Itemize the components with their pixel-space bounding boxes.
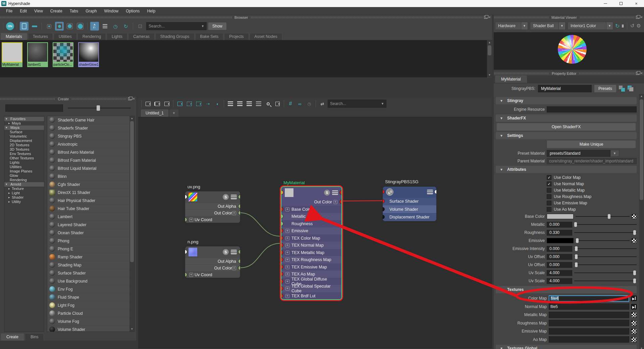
attribute-input-port[interactable] [281, 207, 283, 211]
attribute-input-port[interactable] [281, 272, 283, 276]
menu-item[interactable]: Help [144, 8, 159, 14]
expand-plug-icon[interactable]: + [285, 280, 289, 284]
node-editor-search-input[interactable]: Search... ▼ [328, 100, 386, 108]
search-filter-dropdown-icon[interactable]: ▼ [201, 24, 204, 28]
attribute-port[interactable] [238, 204, 240, 208]
normal-texture-node[interactable]: S Out Alpha Out Color + [185, 246, 240, 278]
show-button[interactable]: Show [208, 22, 226, 30]
attribute-input-port[interactable] [382, 215, 385, 219]
attribute-value-field[interactable]: 0.000 [547, 254, 572, 260]
tree-item[interactable]: Arnold [4, 182, 44, 187]
node-attribute-row[interactable]: Volume Shader [383, 205, 436, 213]
tree-item[interactable]: Utilities [4, 165, 44, 169]
section-header-textures[interactable]: Textures [496, 286, 637, 293]
slider-handle[interactable] [633, 279, 636, 283]
menu-item[interactable]: Options [122, 8, 143, 14]
create-list-item[interactable]: Shading Map [47, 261, 135, 269]
icon-size-slider[interactable] [68, 107, 131, 109]
texture-connect-icon[interactable] [631, 329, 637, 334]
create-search-input[interactable] [5, 104, 63, 112]
tree-item[interactable]: Rendering [4, 178, 44, 182]
attribute-value-field[interactable]: 0.000 [547, 262, 572, 268]
out-color-row[interactable]: Out Color + [281, 199, 341, 206]
attribute-input-port[interactable] [281, 286, 283, 291]
attribute-slider[interactable] [574, 230, 637, 235]
attribute-input-port[interactable] [281, 236, 283, 240]
node-attribute-row[interactable]: Surface Shader [383, 198, 436, 205]
attribute-port[interactable] [238, 259, 240, 263]
sort-by-time-button[interactable]: ◷ [111, 22, 120, 31]
property-editor-scrollbar[interactable]: ▲▼ [639, 94, 644, 349]
node-attribute-row[interactable]: + Base Color [281, 206, 341, 213]
tree-item[interactable]: Texture [4, 187, 44, 191]
node-attribute-row[interactable]: + TEX Global Specular Cube [281, 285, 341, 292]
menu-item[interactable]: Create [47, 8, 66, 14]
expand-plug-icon[interactable]: + [285, 272, 289, 276]
browser-tab[interactable]: Projects [224, 33, 249, 40]
node-editor-canvas[interactable]: uv.png S Out Alpha [138, 117, 492, 349]
graph-upstream-icon[interactable]: ⇢ [204, 100, 212, 108]
grid-toggle-icon[interactable]: # [286, 100, 294, 108]
attribute-input-port[interactable] [281, 221, 283, 226]
texture-connect-icon[interactable] [631, 320, 637, 326]
attribute-port[interactable] [185, 272, 187, 277]
create-list-scrollbar[interactable]: ▲▼ [129, 116, 135, 332]
texture-map-field[interactable] [549, 336, 629, 343]
search-dropdown-icon[interactable]: ▼ [381, 102, 384, 105]
create-list-item[interactable]: Ocean Shader [47, 229, 135, 237]
create-list-item[interactable]: Shaderfx Game Hair [47, 116, 135, 124]
attribute-input-port[interactable] [281, 229, 283, 233]
checkbox[interactable] [547, 207, 551, 212]
create-list-item[interactable]: Shaderfx Shader [47, 124, 135, 132]
attribute-value-field[interactable]: 0.330 [547, 230, 572, 236]
section-header-stingray[interactable]: Stingray [496, 97, 637, 104]
stingray-material-node[interactable]: S Out Color + + Base C [281, 186, 342, 300]
create-list-item[interactable]: Stingray PBS [47, 132, 135, 140]
node-attribute-row[interactable]: + TEX Metallic Map [281, 249, 341, 256]
add-graph-tab-button[interactable]: + [169, 109, 178, 117]
restore-graph-icon[interactable]: ◷ [305, 100, 313, 108]
sort-alphabetical-button[interactable]: AZ↓ [90, 22, 99, 31]
out-color-port[interactable] [339, 200, 342, 204]
create-list-item[interactable]: Cgfx Shader [47, 181, 135, 188]
material-swatch[interactable]: shaderGlow1 [78, 42, 99, 67]
output-connections-icon[interactable] [163, 100, 171, 108]
refresh-swatches-button[interactable]: ↻ [121, 22, 130, 31]
material-name-field[interactable]: MyMaterial [538, 85, 592, 92]
create-list-item[interactable]: Volume Fog [47, 317, 135, 325]
create-list-item[interactable]: Layered Shader [47, 221, 135, 229]
uv-texture-node[interactable]: S Out Alpha Out Color + [185, 191, 240, 223]
browser-tab[interactable]: Shading Groups [155, 33, 195, 40]
map-texture-button[interactable] [632, 238, 637, 243]
attribute-value-field[interactable]: 4.000 [547, 270, 572, 276]
create-list-item[interactable]: Ramp Shader [47, 253, 135, 261]
attribute-slider[interactable] [574, 254, 637, 259]
layout-simple-icon[interactable] [226, 100, 234, 108]
tree-item[interactable]: 2D Textures [4, 143, 44, 147]
slider-handle[interactable] [575, 254, 578, 259]
tree-item[interactable]: Utility [4, 200, 44, 204]
create-list-item[interactable]: Phong [47, 237, 135, 245]
graph-tab[interactable]: Untitled_1 [141, 109, 168, 117]
attribute-slider[interactable] [574, 262, 637, 267]
engine-resource-field[interactable] [547, 106, 637, 112]
node-output-port[interactable] [434, 190, 437, 194]
browser-swatch-area[interactable]: MyMaterial lambert1 particleClo... shade… [0, 40, 492, 78]
browser-tab[interactable]: Asset Nodes [250, 33, 282, 40]
tree-item[interactable]: Env Textures [4, 152, 44, 156]
create-list-item[interactable]: Fluid Shape [47, 293, 135, 301]
pause-viewer-icon[interactable]: ‖ [622, 23, 624, 29]
color-swatch[interactable] [547, 238, 574, 243]
attribute-port[interactable] [185, 217, 187, 222]
browser-scrollbar[interactable]: ▲▼ [487, 40, 492, 78]
menu-item[interactable]: Edit [16, 8, 30, 14]
attribute-slider[interactable] [574, 270, 637, 276]
node-attribute-row[interactable]: + Roughness [281, 220, 341, 227]
create-list-item[interactable]: Bifrost Aero Material [47, 148, 135, 156]
close-panel-icon[interactable]: × [641, 72, 643, 75]
close-panel-icon[interactable]: × [489, 16, 491, 19]
make-unique-button[interactable]: Make Unique [547, 140, 636, 148]
checkbox[interactable] [547, 175, 551, 180]
create-list-item[interactable]: Use Background [47, 277, 135, 285]
snap-toggle-icon[interactable]: ∞ [296, 100, 304, 108]
